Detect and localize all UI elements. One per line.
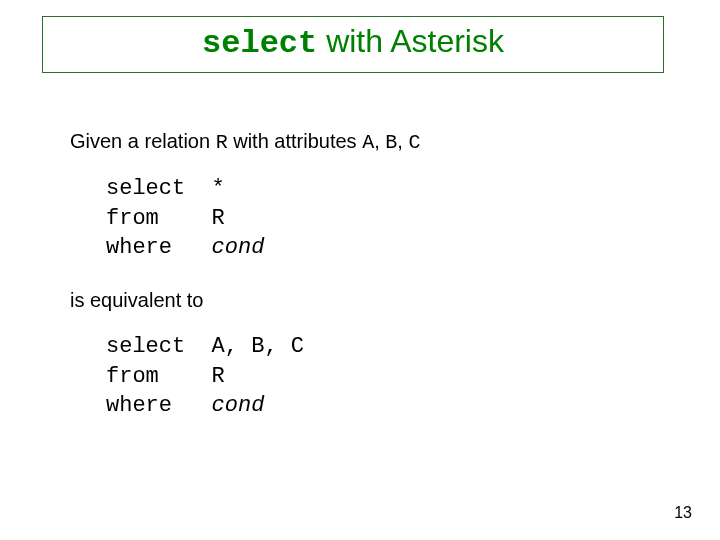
code2-row1: selectA, B, C	[106, 332, 650, 362]
attr-b: B	[385, 131, 397, 154]
arg-cond-2: cond	[212, 393, 265, 418]
title-keyword: select	[202, 25, 317, 62]
kw-from-2: from	[106, 362, 212, 392]
intro-text-2: with attributes	[228, 130, 363, 152]
attr-a: A	[362, 131, 374, 154]
slide-body: Given a relation R with attributes A, B,…	[70, 130, 650, 447]
arg-r-1: R	[212, 206, 225, 231]
code2-row2: fromR	[106, 362, 650, 392]
comma-1: ,	[374, 130, 385, 152]
intro-line: Given a relation R with attributes A, B,…	[70, 130, 650, 154]
kw-from-1: from	[106, 204, 212, 234]
code-block-1: select* fromR wherecond	[106, 174, 650, 263]
slide-title: select with Asterisk	[42, 16, 664, 73]
slide: select with Asterisk Given a relation R …	[0, 0, 720, 540]
code1-row2: fromR	[106, 204, 650, 234]
arg-star: *	[212, 176, 225, 201]
attr-c: C	[408, 131, 420, 154]
arg-cond-1: cond	[212, 235, 265, 260]
code-block-2: selectA, B, C fromR wherecond	[106, 332, 650, 421]
intro-text-1: Given a relation	[70, 130, 216, 152]
title-rest: with Asterisk	[317, 23, 504, 59]
code1-row1: select*	[106, 174, 650, 204]
code1-row3: wherecond	[106, 233, 650, 263]
comma-2: ,	[397, 130, 408, 152]
arg-r-2: R	[212, 364, 225, 389]
relation-name: R	[216, 131, 228, 154]
kw-select-2: select	[106, 332, 212, 362]
arg-abc: A, B, C	[212, 334, 304, 359]
page-number: 13	[674, 504, 692, 522]
kw-where-2: where	[106, 391, 212, 421]
code2-row3: wherecond	[106, 391, 650, 421]
kw-select-1: select	[106, 174, 212, 204]
equivalent-line: is equivalent to	[70, 289, 650, 312]
kw-where-1: where	[106, 233, 212, 263]
